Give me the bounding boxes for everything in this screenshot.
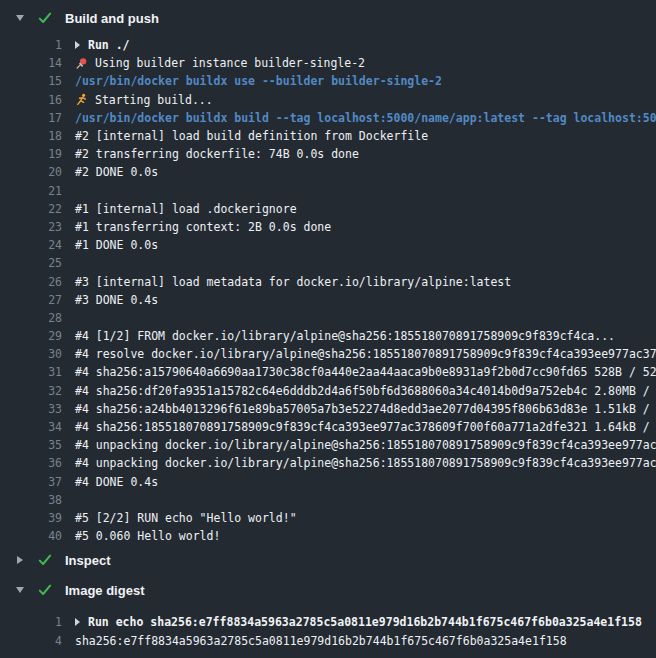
expand-chevron-icon[interactable] [14, 556, 26, 564]
line-number[interactable]: 27 [0, 293, 62, 307]
log-line-content: #4 sha256:a15790640a6690aa1730c38cf0a440… [62, 365, 656, 379]
section-header-build-and-push[interactable]: Build and push [0, 2, 656, 34]
line-number[interactable]: 21 [0, 184, 62, 198]
line-number[interactable]: 22 [0, 202, 62, 216]
line-number[interactable]: 14 [0, 56, 62, 70]
log-line: 26#3 [internal] load metadata for docker… [0, 272, 656, 290]
command-text: /usr/bin/docker buildx use --builder bui… [75, 74, 442, 88]
log-line-content: #4 sha256:df20fa9351a15782c64e6dddb2d4a6… [62, 384, 656, 398]
line-number[interactable]: 38 [0, 493, 62, 507]
log-line-content: #5 [2/2] RUN echo "Hello world!" [62, 511, 297, 525]
log-line-content: #3 [internal] load metadata for docker.i… [62, 275, 511, 289]
line-number[interactable]: 24 [0, 238, 62, 252]
line-number[interactable]: 30 [0, 347, 62, 361]
log-text: #4 sha256:a15790640a6690aa1730c38cf0a440… [75, 365, 656, 379]
log-line: 23#1 transferring context: 2B 0.0s done [0, 218, 656, 236]
line-number[interactable]: 20 [0, 165, 62, 179]
log-section-inspect: Inspect [0, 545, 656, 575]
log-line: 28 [0, 309, 656, 327]
success-check-icon [37, 552, 53, 568]
line-number[interactable]: 37 [0, 475, 62, 489]
log-text: #2 transferring dockerfile: 74B 0.0s don… [75, 147, 359, 161]
log-line: 38 [0, 491, 656, 509]
log-line: 37#4 DONE 0.4s [0, 473, 656, 491]
log-text: Using builder instance builder-single-2 [95, 56, 365, 70]
log-line: 33#4 sha256:a24bb4013296f61e89ba57005a7b… [0, 400, 656, 418]
line-number[interactable]: 34 [0, 420, 62, 434]
line-number[interactable]: 16 [0, 93, 62, 107]
line-number[interactable]: 32 [0, 384, 62, 398]
line-number[interactable]: 15 [0, 74, 62, 88]
log-text: #4 sha256:a24bb4013296f61e89ba57005a7b3e… [75, 402, 656, 416]
log-text: #4 unpacking docker.io/library/alpine@sh… [75, 456, 656, 470]
log-line: 1Run ./ [0, 36, 656, 54]
line-number[interactable]: 28 [0, 311, 62, 325]
log-line: 29#4 [1/2] FROM docker.io/library/alpine… [0, 327, 656, 345]
log-line: 20#2 DONE 0.0s [0, 163, 656, 181]
line-number[interactable]: 40 [0, 529, 62, 543]
line-number[interactable]: 4 [0, 634, 62, 648]
log-line: 19#2 transferring dockerfile: 74B 0.0s d… [0, 145, 656, 163]
collapse-chevron-icon[interactable] [14, 587, 26, 593]
line-number[interactable]: 25 [0, 256, 62, 270]
log-text: #5 0.060 Hello world! [75, 529, 220, 543]
line-number[interactable]: 1 [0, 615, 62, 629]
log-line-content: Starting build... [62, 93, 213, 107]
log-line: 17/usr/bin/docker buildx build --tag loc… [0, 109, 656, 127]
log-line: 31#4 sha256:a15790640a6690aa1730c38cf0a4… [0, 363, 656, 381]
log-line: 25 [0, 254, 656, 272]
log-line-content: #5 0.060 Hello world! [62, 529, 220, 543]
log-lines-build-and-push: 1Run ./14Using builder instance builder-… [0, 34, 656, 545]
log-text: sha256:e7ff8834a5963a2785c5a0811e979d16b… [75, 634, 567, 648]
expand-run-icon[interactable] [75, 41, 80, 49]
line-number[interactable]: 36 [0, 456, 62, 470]
actions-log-viewer: Build and push 1Run ./14Using builder in… [0, 0, 656, 658]
line-number[interactable]: 35 [0, 438, 62, 452]
log-line: 18#2 [internal] load build definition fr… [0, 127, 656, 145]
line-number[interactable]: 31 [0, 365, 62, 379]
log-line-content: #4 sha256:a24bb4013296f61e89ba57005a7b3e… [62, 402, 656, 416]
log-text: #4 sha256:df20fa9351a15782c64e6dddb2d4a6… [75, 384, 656, 398]
log-text: #3 [internal] load metadata for docker.i… [75, 275, 511, 289]
log-line-content: #2 [internal] load build definition from… [62, 129, 428, 143]
log-text: #1 [internal] load .dockerignore [75, 202, 297, 216]
log-line-content: #4 [1/2] FROM docker.io/library/alpine@s… [62, 329, 615, 343]
log-line-content: #4 unpacking docker.io/library/alpine@sh… [62, 438, 656, 452]
log-line-content: #1 transferring context: 2B 0.0s done [62, 220, 331, 234]
line-number[interactable]: 18 [0, 129, 62, 143]
log-line: 35#4 unpacking docker.io/library/alpine@… [0, 436, 656, 454]
log-line-content: #3 DONE 0.4s [62, 293, 158, 307]
line-number[interactable]: 17 [0, 111, 62, 125]
log-text: #4 resolve docker.io/library/alpine@sha2… [75, 347, 656, 361]
runner-icon [75, 93, 88, 106]
collapse-chevron-icon[interactable] [14, 15, 26, 21]
section-header-inspect[interactable]: Inspect [0, 545, 656, 575]
line-number[interactable]: 26 [0, 275, 62, 289]
line-number[interactable]: 1 [0, 38, 62, 52]
expand-run-icon[interactable] [75, 618, 80, 626]
log-line-content: #1 [internal] load .dockerignore [62, 202, 297, 216]
line-number[interactable]: 39 [0, 511, 62, 525]
line-number[interactable]: 29 [0, 329, 62, 343]
log-line: 40#5 0.060 Hello world! [0, 527, 656, 545]
section-title: Inspect [65, 553, 111, 568]
log-line-content: #4 sha256:185518070891758909c9f839cf4ca3… [62, 420, 656, 434]
log-line-content: #2 transferring dockerfile: 74B 0.0s don… [62, 147, 359, 161]
log-line: 22#1 [internal] load .dockerignore [0, 200, 656, 218]
log-text: #2 DONE 0.0s [75, 165, 158, 179]
log-line: 32#4 sha256:df20fa9351a15782c64e6dddb2d4… [0, 382, 656, 400]
command-text: /usr/bin/docker buildx build --tag local… [75, 111, 656, 125]
log-text: #2 [internal] load build definition from… [75, 129, 428, 143]
log-line: 14Using builder instance builder-single-… [0, 54, 656, 72]
log-line: 30#4 resolve docker.io/library/alpine@sh… [0, 345, 656, 363]
log-section-build-and-push: Build and push 1Run ./14Using builder in… [0, 2, 656, 545]
log-text: #4 [1/2] FROM docker.io/library/alpine@s… [75, 329, 615, 343]
line-number[interactable]: 33 [0, 402, 62, 416]
log-line-content: #4 DONE 0.4s [62, 475, 158, 489]
log-line: 15/usr/bin/docker buildx use --builder b… [0, 72, 656, 90]
section-header-image-digest[interactable]: Image digest [0, 575, 656, 605]
line-number[interactable]: 23 [0, 220, 62, 234]
log-line: 39#5 [2/2] RUN echo "Hello world!" [0, 509, 656, 527]
run-command-text: Run echo sha256:e7ff8834a5963a2785c5a081… [88, 615, 642, 629]
line-number[interactable]: 19 [0, 147, 62, 161]
